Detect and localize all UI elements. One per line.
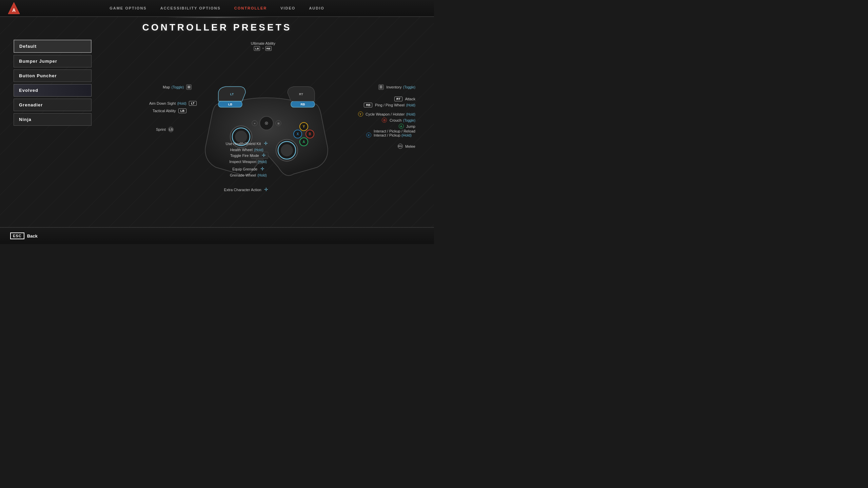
combo-plus-icon: + (262, 47, 264, 50)
presets-list: Default Bumper Jumper Button Puncher Evo… (14, 40, 92, 224)
label-tactical: Tactical Ability LB (153, 107, 186, 114)
label-crouch: B Crouch (Toggle) (382, 117, 415, 123)
nav-accessibility[interactable]: ACCESSIBILITY OPTIONS (160, 6, 221, 10)
controller-area: Ultimate Ability LB + RB (98, 40, 420, 224)
rb-badge: RB (265, 46, 271, 51)
label-melee: RS Melee (398, 143, 415, 149)
svg-text:A: A (302, 140, 305, 144)
label-sprint: Sprint LS (156, 126, 174, 132)
preset-item-evolved[interactable]: Evolved (14, 84, 92, 97)
esc-key-label: ESC (10, 232, 24, 239)
svg-text:⊗: ⊗ (264, 120, 269, 126)
svg-text:X: X (297, 132, 299, 136)
label-map: Map (Toggle) ⊞ (163, 84, 192, 90)
svg-text:Y: Y (303, 125, 305, 128)
label-aim: Aim Down Sight (Hold) LT (149, 100, 197, 106)
nav-video[interactable]: VIDEO (280, 6, 295, 10)
svg-text:RT: RT (299, 93, 303, 96)
label-grenade: Equip Grenade ✛ Grenade Wheel (Hold) (230, 166, 267, 178)
svg-text:B: B (309, 132, 311, 136)
svg-point-19 (281, 144, 293, 156)
label-ultimate-ability: Ultimate Ability LB + RB (251, 41, 275, 51)
back-button[interactable]: ESC Back (10, 232, 38, 239)
apex-logo: A (7, 1, 21, 15)
svg-text:A: A (12, 7, 16, 13)
back-label: Back (27, 233, 38, 239)
nav-controller[interactable]: CONTROLLER (234, 6, 267, 10)
svg-text:⊞: ⊞ (277, 122, 280, 125)
label-jump: A Jump (399, 123, 415, 129)
label-cycle-weapon: Y Cycle Weapon / Holster (Hold) (358, 111, 416, 117)
bottom-bar: ESC Back (0, 227, 434, 244)
label-inventory: ☰ Inventory (Toggle) (378, 84, 415, 90)
svg-text:LB: LB (228, 103, 232, 106)
label-interact: X Interact / Pickup / Reload Interact / … (366, 129, 415, 138)
preset-item-grenadier[interactable]: Grenadier (14, 99, 92, 111)
top-navigation-bar: A GAME OPTIONS ACCESSIBILITY OPTIONS CON… (0, 0, 434, 17)
ultimate-ability-text: Ultimate Ability (251, 41, 275, 45)
title-bar-decoration (166, 17, 268, 18)
page-title-section: CONTROLLER PRESETS (0, 17, 434, 36)
preset-item-default[interactable]: Default (14, 40, 92, 53)
top-nav-items: GAME OPTIONS ACCESSIBILITY OPTIONS CONTR… (110, 6, 324, 10)
main-content: CONTROLLER PRESETS Default Bumper Jumper… (0, 17, 434, 227)
lb-badge: LB (254, 46, 260, 51)
svg-text:≡: ≡ (254, 122, 255, 125)
content-row: Default Bumper Jumper Button Puncher Evo… (0, 36, 434, 227)
label-extra-action: Extra Character Action ✛ (224, 186, 269, 192)
svg-text:RB: RB (301, 103, 305, 106)
preset-item-bumper-jumper[interactable]: Bumper Jumper (14, 55, 92, 67)
preset-item-button-puncher[interactable]: Button Puncher (14, 69, 92, 82)
nav-audio[interactable]: AUDIO (309, 6, 324, 10)
label-ping: RB Ping / Ping Wheel (Hold) (364, 102, 415, 108)
page-title: CONTROLLER PRESETS (142, 22, 292, 33)
label-attack: RT Attack (394, 96, 415, 102)
preset-item-ninja[interactable]: Ninja (14, 113, 92, 126)
svg-text:LT: LT (230, 93, 234, 96)
label-health: Use Health/Shield Kit ✛ Health Wheel (Ho… (225, 140, 268, 152)
nav-game-options[interactable]: GAME OPTIONS (110, 6, 147, 10)
label-fire-mode: Toggle Fire Mode ✛ Inspect Weapon (Hold) (229, 152, 267, 164)
